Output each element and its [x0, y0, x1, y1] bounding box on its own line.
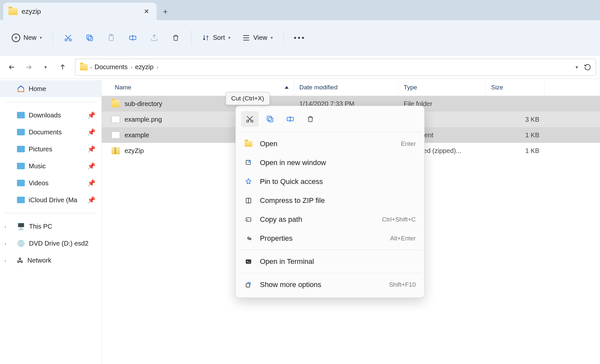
copy-icon: [266, 115, 274, 123]
arrow-left-icon: [8, 64, 15, 71]
sort-asc-icon: [285, 86, 289, 89]
svg-rect-3: [87, 35, 91, 39]
folder-icon: [17, 129, 25, 135]
new-tab-button[interactable]: ＋: [157, 3, 174, 20]
paste-button[interactable]: [102, 29, 121, 46]
copy-button[interactable]: [80, 29, 99, 46]
pin-icon: [244, 178, 253, 185]
more-options-icon: [244, 281, 253, 288]
path-icon: [244, 216, 253, 223]
ctx-copy-path[interactable]: Copy as path Ctrl+Shift+C: [236, 210, 424, 229]
ctx-terminal[interactable]: Open in Terminal: [236, 252, 424, 271]
svg-rect-14: [246, 218, 251, 221]
chevron-down-icon[interactable]: ▾: [572, 64, 581, 70]
sidebar-item-documents[interactable]: Documents📌: [0, 124, 101, 141]
svg-rect-10: [267, 116, 271, 120]
sort-button[interactable]: Sort ▾: [197, 29, 235, 46]
sidebar-item-videos[interactable]: Videos📌: [0, 174, 101, 191]
col-type[interactable]: Type: [398, 79, 486, 96]
chevron-down-icon: ▾: [40, 35, 42, 40]
folder-icon: [8, 8, 18, 15]
tab-bar: ezyzip ✕ ＋: [0, 0, 600, 20]
ctx-properties[interactable]: Properties Alt+Enter: [236, 229, 424, 248]
pin-icon[interactable]: 📌: [87, 179, 96, 187]
sidebar-item-icloud[interactable]: iCloud Drive (Ma📌: [0, 191, 101, 208]
sidebar-item-dvd[interactable]: ›💿DVD Drive (D:) esd2: [0, 235, 101, 252]
pin-icon[interactable]: 📌: [87, 162, 96, 170]
sidebar-item-home[interactable]: Home: [0, 80, 101, 97]
back-button[interactable]: [4, 59, 20, 75]
sidebar-item-pictures[interactable]: Pictures📌: [0, 141, 101, 158]
share-icon: [150, 34, 158, 42]
ctx-open[interactable]: Open Enter: [236, 134, 424, 153]
network-icon: 🖧: [17, 257, 23, 264]
pin-icon[interactable]: 📌: [87, 196, 96, 204]
recent-button[interactable]: ▾: [38, 59, 53, 75]
zip-icon: [244, 197, 253, 204]
refresh-button[interactable]: [584, 64, 591, 71]
view-label: View: [253, 34, 267, 41]
share-button[interactable]: [145, 29, 164, 46]
more-button[interactable]: [290, 29, 308, 46]
main: Home Downloads📌 Documents📌 Pictures📌 Mus…: [0, 79, 600, 364]
folder-icon: [112, 100, 120, 107]
chevron-right-icon: ›: [90, 64, 92, 70]
new-label: New: [23, 34, 37, 41]
cut-button[interactable]: [59, 29, 78, 46]
svg-rect-9: [269, 118, 273, 122]
ctx-pin[interactable]: Pin to Quick access: [236, 172, 424, 191]
folder-icon: [17, 180, 25, 186]
sidebar-item-downloads[interactable]: Downloads📌: [0, 107, 101, 124]
zip-icon: [112, 147, 120, 154]
rename-button[interactable]: [123, 29, 142, 46]
address-bar[interactable]: › Documents› ezyzip› ▾: [75, 59, 596, 76]
file-list: Name Date modified Type Size sub-directo…: [102, 79, 600, 364]
col-date[interactable]: Date modified: [294, 79, 398, 96]
ctx-open-new-window[interactable]: Open in new window: [236, 153, 424, 172]
divider: [5, 213, 97, 213]
tab-ezyzip[interactable]: ezyzip ✕: [3, 3, 157, 20]
svg-rect-2: [88, 36, 93, 40]
divider: [239, 273, 421, 273]
breadcrumb-documents[interactable]: Documents›: [95, 63, 132, 71]
pin-icon[interactable]: 📌: [87, 145, 96, 153]
breadcrumb-ezyzip[interactable]: ezyzip›: [135, 63, 158, 71]
toolbar: + New ▾ Sort ▾ View ▾: [0, 20, 600, 55]
chevron-right-icon[interactable]: ›: [5, 224, 6, 229]
disc-icon: 💿: [17, 239, 25, 247]
ctx-copy-button[interactable]: [261, 111, 279, 127]
chevron-right-icon[interactable]: ›: [5, 241, 6, 246]
sidebar-item-music[interactable]: Music📌: [0, 158, 101, 174]
ctx-show-more[interactable]: Show more options Shift+F10: [236, 275, 424, 294]
ctx-delete-button[interactable]: [302, 111, 319, 127]
clipboard-icon: [107, 34, 115, 42]
forward-button[interactable]: [21, 59, 37, 75]
col-size[interactable]: Size: [486, 79, 545, 96]
home-icon: [17, 85, 25, 92]
pin-icon[interactable]: 📌: [87, 128, 96, 136]
tooltip-cut: Cut (Ctrl+X): [226, 92, 270, 105]
address-row: ▾ › Documents› ezyzip› ▾: [0, 55, 600, 79]
folder-icon: [17, 197, 25, 203]
chevron-right-icon: ›: [131, 64, 132, 70]
ellipsis-icon: [294, 37, 304, 39]
divider: [52, 30, 53, 46]
chevron-right-icon[interactable]: ›: [5, 258, 6, 263]
sort-icon: [202, 34, 210, 42]
new-button[interactable]: + New ▾: [7, 29, 47, 46]
folder-icon: [17, 146, 25, 152]
pin-icon[interactable]: 📌: [87, 111, 96, 119]
ctx-cut-button[interactable]: [241, 111, 259, 127]
sidebar: Home Downloads📌 Documents📌 Pictures📌 Mus…: [0, 79, 102, 364]
wrench-icon: [244, 235, 253, 242]
sidebar-item-thispc[interactable]: ›🖥️This PC: [0, 218, 101, 235]
view-button[interactable]: View ▾: [238, 29, 278, 46]
up-button[interactable]: [55, 59, 70, 75]
refresh-icon: [584, 64, 591, 71]
close-tab-icon[interactable]: ✕: [144, 8, 149, 15]
sidebar-item-network[interactable]: ›🖧Network: [0, 252, 101, 269]
tab-title: ezyzip: [22, 8, 140, 15]
ctx-compress[interactable]: Compress to ZIP file: [236, 191, 424, 210]
ctx-rename-button[interactable]: [281, 111, 299, 127]
delete-button[interactable]: [166, 29, 185, 46]
